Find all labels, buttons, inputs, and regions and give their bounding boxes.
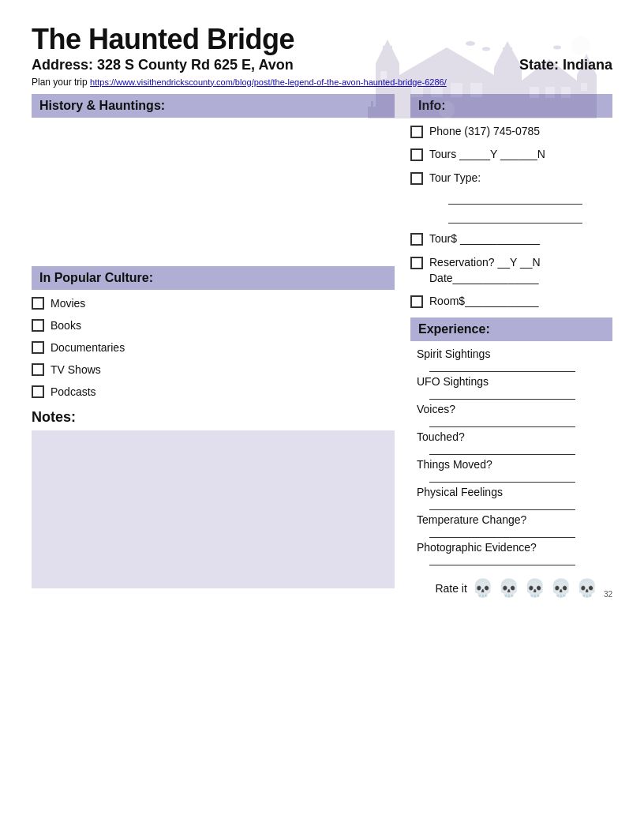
notes-label: Notes: — [32, 409, 395, 426]
checkbox-roomcost[interactable] — [410, 295, 423, 308]
voices-label: Voices? — [417, 403, 455, 415]
tourtype-text: Tour Type: — [429, 171, 481, 184]
tvshows-label: TV Shows — [51, 363, 101, 377]
rate-label: Rate it — [435, 582, 466, 595]
skull-3[interactable]: 💀 — [524, 578, 545, 599]
list-item: Documentaries — [32, 340, 395, 355]
physical-label: Physical Feelings — [417, 486, 503, 498]
roomcost-text: Room$____________ — [429, 294, 539, 310]
checkbox-tours[interactable] — [410, 148, 423, 161]
plan-trip-label: Plan your trip — [32, 77, 90, 88]
page-title: The Haunted Bridge — [32, 24, 612, 55]
checkbox-reservation[interactable] — [410, 257, 423, 269]
podcasts-label: Podcasts — [51, 385, 96, 399]
info-tourtype: Tour Type: — [410, 171, 612, 224]
ufo-field[interactable] — [429, 390, 575, 400]
tourtype-field-2[interactable] — [448, 211, 582, 224]
exp-things-moved: Things Moved? — [410, 458, 612, 483]
voices-field[interactable] — [429, 418, 575, 427]
tours-text: Tours _____Y ______N — [429, 147, 545, 163]
notes-area[interactable] — [32, 430, 395, 588]
history-content-area — [32, 124, 395, 266]
phone-text: Phone (317) 745-0785 — [429, 124, 540, 140]
info-reservation: Reservation? __Y __N Date______________ — [410, 255, 612, 286]
history-section-header: History & Hauntings: — [32, 94, 395, 118]
touched-label: Touched? — [417, 430, 465, 443]
temp-label: Temperature Change? — [417, 513, 526, 526]
things-moved-field[interactable] — [429, 473, 575, 483]
list-item: Books — [32, 318, 395, 332]
experience-section-header: Experience: — [410, 317, 612, 341]
date-text: Date______________ — [429, 272, 539, 284]
reservation-text: Reservation? __Y __N — [429, 256, 541, 269]
rate-row: Rate it 💀 💀 💀 💀 💀 32 — [410, 578, 612, 599]
info-room-cost: Room$____________ — [410, 294, 612, 310]
photo-label: Photographic Evidence? — [417, 541, 537, 554]
exp-voices: Voices? — [410, 403, 612, 427]
things-moved-label: Things Moved? — [417, 458, 492, 471]
temp-field[interactable] — [429, 528, 575, 538]
touched-field[interactable] — [429, 445, 575, 455]
documentaries-label: Documentaries — [51, 340, 125, 355]
plan-trip-link[interactable]: https://www.visithendrickscounty.com/blo… — [90, 77, 447, 87]
list-item: Movies — [32, 296, 395, 310]
tourtype-field-1[interactable] — [448, 192, 582, 205]
skull-2[interactable]: 💀 — [498, 578, 519, 599]
ufo-label: UFO Sightings — [417, 375, 489, 388]
exp-ufo: UFO Sightings — [410, 375, 612, 400]
skull-4[interactable]: 💀 — [550, 578, 571, 599]
checkbox-documentaries[interactable] — [32, 341, 44, 354]
list-item: TV Shows — [32, 363, 395, 377]
state-text: State: Indiana — [519, 57, 612, 73]
books-label: Books — [51, 318, 81, 332]
info-section-header: Info: — [410, 94, 612, 118]
exp-photo: Photographic Evidence? — [410, 541, 612, 565]
address-text: Address: 328 S County Rd 625 E, Avon — [32, 57, 294, 73]
skull-5[interactable]: 💀 — [576, 578, 597, 599]
checkbox-podcasts[interactable] — [32, 385, 44, 398]
checkbox-tvshows[interactable] — [32, 363, 44, 376]
info-tours: Tours _____Y ______N — [410, 147, 612, 163]
exp-temp: Temperature Change? — [410, 513, 612, 538]
checkbox-books[interactable] — [32, 319, 44, 332]
checkbox-movies[interactable] — [32, 297, 44, 310]
checkbox-tourtype[interactable] — [410, 172, 423, 185]
popular-culture-section-header: In Popular Culture: — [32, 266, 395, 290]
skull-1[interactable]: 💀 — [472, 578, 493, 599]
checkbox-phone[interactable] — [410, 126, 423, 138]
photo-field[interactable] — [429, 556, 575, 565]
exp-physical: Physical Feelings — [410, 486, 612, 510]
spirit-field[interactable] — [429, 363, 575, 372]
list-item: Podcasts — [32, 385, 395, 399]
physical-field[interactable] — [429, 501, 575, 510]
spirit-label: Spirit Sightings — [417, 348, 490, 360]
info-phone: Phone (317) 745-0785 — [410, 124, 612, 140]
info-tour-cost: Tour$ _____________ — [410, 231, 612, 247]
checkbox-tourcost[interactable] — [410, 233, 423, 246]
exp-touched: Touched? — [410, 430, 612, 455]
movies-label: Movies — [51, 296, 85, 310]
page-number: 32 — [604, 590, 612, 599]
tourcost-text: Tour$ _____________ — [429, 231, 540, 247]
exp-spirit: Spirit Sightings — [410, 348, 612, 372]
